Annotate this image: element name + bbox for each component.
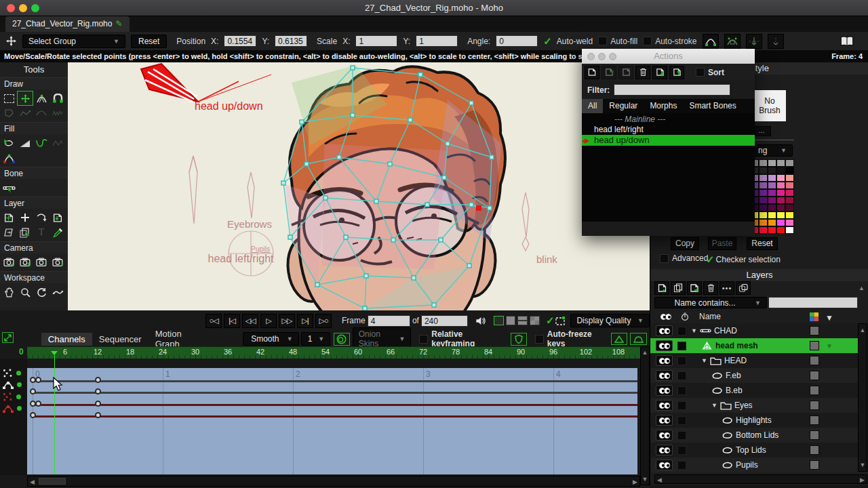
mesh-vertex[interactable] bbox=[337, 155, 341, 159]
layer-color-chip[interactable] bbox=[810, 341, 819, 350]
scale-x-input[interactable]: 1 bbox=[355, 35, 397, 47]
stretch-keys-icon[interactable] bbox=[630, 333, 647, 345]
palette-swatch[interactable] bbox=[785, 226, 794, 234]
palette-swatch[interactable] bbox=[776, 226, 785, 234]
style-reset-button[interactable]: Reset bbox=[747, 237, 778, 250]
pan-hand-tool[interactable] bbox=[1, 285, 17, 300]
mesh-vertex[interactable] bbox=[439, 238, 443, 242]
insert-action-button[interactable] bbox=[601, 66, 616, 79]
enable-drawing-check-icon[interactable]: ✓ bbox=[546, 314, 555, 327]
mesh-vertex[interactable] bbox=[432, 303, 436, 307]
mesh-vertex[interactable] bbox=[408, 118, 412, 122]
select-points-tool[interactable] bbox=[1, 91, 17, 106]
palette-swatch[interactable] bbox=[759, 219, 768, 226]
layer-filter-input[interactable] bbox=[768, 297, 858, 308]
document-canvas[interactable]: head up/down Eyebrows head left/right Pu… bbox=[68, 62, 650, 310]
layer-animated-visibility-checkbox[interactable] bbox=[677, 446, 686, 455]
audio-speaker-icon[interactable] bbox=[475, 317, 486, 325]
palette-swatch[interactable] bbox=[759, 159, 768, 167]
expand-timeline-icon[interactable] bbox=[2, 332, 14, 343]
selected-mesh-vertex[interactable] bbox=[476, 205, 481, 211]
layers-vscrollbar[interactable]: ▲ ▼ bbox=[858, 323, 867, 472]
camera-pan-tilt-tool[interactable] bbox=[50, 255, 66, 270]
select-shape-tool[interactable] bbox=[1, 136, 17, 150]
layer-color-chip[interactable] bbox=[810, 371, 819, 380]
position-x-input[interactable]: 0.1554 bbox=[224, 35, 256, 47]
mesh-vertex[interactable] bbox=[442, 176, 446, 180]
palette-swatch[interactable] bbox=[759, 226, 768, 234]
layer-color-chip[interactable] bbox=[810, 326, 819, 336]
close-traffic-light[interactable] bbox=[7, 4, 15, 12]
layer-row-pupils[interactable]: Pupils bbox=[650, 458, 859, 472]
curve-exposure-tool[interactable] bbox=[1, 150, 17, 165]
actions-tab-regular[interactable]: Regular bbox=[603, 99, 644, 113]
mesh-vertex[interactable] bbox=[315, 283, 319, 287]
layer-row-head[interactable]: ▼HEAD bbox=[650, 353, 859, 368]
text-tool[interactable]: T bbox=[33, 225, 50, 240]
auto-freeze-keys-checkbox[interactable]: Auto-freeze keys bbox=[535, 329, 611, 348]
layer-color-chip[interactable] bbox=[810, 430, 819, 440]
actions-zoom-dot[interactable] bbox=[609, 53, 616, 60]
document-tab[interactable]: 27_Chad_Vector_Rig.moho✎ bbox=[5, 16, 130, 32]
palette-swatch[interactable] bbox=[776, 211, 785, 219]
palette-swatch[interactable] bbox=[785, 204, 794, 211]
keyframe[interactable] bbox=[95, 401, 101, 407]
mesh-vertex[interactable] bbox=[425, 203, 429, 207]
layer-row-top-lids[interactable]: Top Lids bbox=[650, 443, 859, 458]
paint-bucket-tool[interactable] bbox=[17, 136, 33, 150]
camera-roll-tool[interactable] bbox=[33, 255, 50, 270]
palette-swatch[interactable] bbox=[768, 189, 776, 197]
duplicate-layer-button[interactable] bbox=[671, 281, 686, 295]
step-first-button[interactable]: |◁ bbox=[224, 314, 240, 328]
keyframe[interactable] bbox=[35, 377, 41, 383]
new-layer-button[interactable] bbox=[654, 281, 669, 295]
mesh-vertex[interactable] bbox=[374, 199, 378, 203]
color-palette[interactable] bbox=[750, 159, 794, 234]
layer-row-b-eb[interactable]: B.eb bbox=[650, 383, 859, 398]
apply-action-down-button[interactable] bbox=[652, 66, 667, 79]
actions-tab-all[interactable]: All bbox=[582, 99, 603, 113]
play-button[interactable]: ▷ bbox=[260, 314, 277, 328]
freehand-tool[interactable] bbox=[17, 106, 33, 121]
camera-zoom-tool[interactable] bbox=[17, 255, 33, 270]
layer-animated-visibility-checkbox[interactable] bbox=[677, 327, 686, 336]
palette-swatch[interactable] bbox=[776, 182, 785, 189]
name-contains-dropdown[interactable]: Name contains...▼ bbox=[654, 297, 767, 308]
layer-visibility-toggle[interactable] bbox=[656, 430, 673, 441]
view-split-three-button[interactable] bbox=[517, 316, 528, 325]
checker-selection-checkbox[interactable]: ✓ Checker selection bbox=[706, 253, 781, 266]
scale-y-input[interactable]: 1 bbox=[416, 35, 458, 47]
sort-checkbox[interactable]: Sort bbox=[696, 68, 724, 77]
rotate-workspace-tool[interactable] bbox=[33, 285, 50, 300]
layer-animated-visibility-checkbox[interactable] bbox=[677, 342, 686, 350]
mesh-vertex[interactable] bbox=[288, 235, 292, 239]
mesh-vertex[interactable] bbox=[323, 196, 328, 200]
minimize-traffic-light[interactable] bbox=[19, 4, 27, 12]
mesh-vertex[interactable] bbox=[488, 206, 492, 210]
step-forward-button[interactable]: ▷▷ bbox=[279, 314, 295, 328]
view-split-single-button[interactable] bbox=[494, 316, 504, 325]
palette-swatch[interactable] bbox=[768, 226, 776, 234]
layer-row-head-mesh[interactable]: head mesh▼ bbox=[650, 338, 859, 353]
layer-visibility-toggle[interactable] bbox=[656, 340, 673, 351]
library-book-icon[interactable] bbox=[840, 36, 854, 47]
layer-visibility-toggle[interactable] bbox=[656, 400, 673, 411]
palette-swatch[interactable] bbox=[768, 174, 776, 182]
playhead-line[interactable] bbox=[54, 355, 55, 474]
advanced-checkbox[interactable]: Advanced bbox=[660, 253, 708, 263]
palette-swatch[interactable] bbox=[759, 189, 768, 197]
relative-keyframing-checkbox[interactable]: Relative keyframing bbox=[419, 329, 507, 348]
step-last-button[interactable]: ▷| bbox=[297, 314, 313, 328]
step-back-button[interactable]: ◁◁ bbox=[242, 314, 258, 328]
auto-fill-checkbox[interactable]: Auto-fill bbox=[598, 37, 637, 46]
add-layer-tool[interactable] bbox=[17, 210, 33, 225]
transform-points-tool[interactable] bbox=[17, 91, 33, 106]
layer-visibility-toggle[interactable] bbox=[656, 385, 673, 396]
layer-color-chip[interactable] bbox=[810, 401, 819, 410]
keyframe[interactable] bbox=[30, 388, 36, 394]
view-split-four-button[interactable] bbox=[530, 316, 540, 325]
no-brush-swatch[interactable]: No Brush bbox=[753, 90, 786, 121]
new-action-button[interactable] bbox=[585, 66, 599, 79]
palette-swatch[interactable] bbox=[776, 219, 785, 226]
palette-swatch[interactable] bbox=[776, 159, 785, 167]
